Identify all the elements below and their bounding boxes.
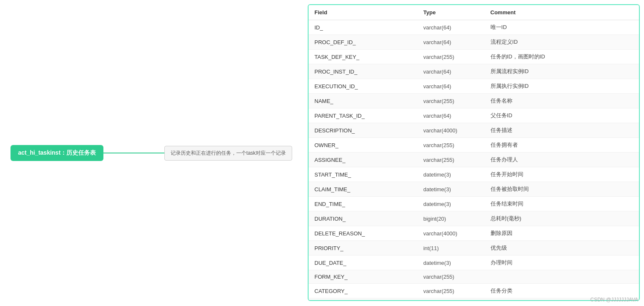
cell-type: varchar(64) (417, 35, 485, 50)
cell-field: DURATION_ (309, 211, 417, 226)
watermark: CSDN @JJJJJJJAVA (590, 297, 638, 303)
table-container: Field Type Comment ID_varchar(64)唯一IDPRO… (308, 4, 640, 301)
cell-field: DUE_DATE_ (309, 256, 417, 270)
table-row: PRIORITY_int(11)优先级 (309, 241, 639, 256)
cell-type: varchar(4000) (417, 123, 485, 138)
cell-field: ASSIGNEE_ (309, 153, 417, 167)
cell-comment: 总耗时(毫秒) (485, 211, 639, 226)
cell-field: PROC_DEF_ID_ (309, 35, 417, 50)
page-container: act_hi_taskinst：历史任务表 记录历史和正在进行的任务，一个tas… (0, 0, 644, 306)
table-row: END_TIME_datetime(3)任务结束时间 (309, 197, 639, 211)
table-row: TASK_DEF_KEY_varchar(255)任务的ID，画图时的ID (309, 50, 639, 64)
cell-field: CATEGORY_ (309, 284, 417, 298)
cell-comment: 办理时间 (485, 256, 639, 270)
cell-field: OWNER_ (309, 138, 417, 153)
cell-comment: 任务名称 (485, 94, 639, 108)
cell-type: datetime(3) (417, 182, 485, 197)
cell-type: bigint(20) (417, 211, 485, 226)
cell-comment: 父任务ID (485, 108, 639, 123)
cell-type: int(11) (417, 241, 485, 256)
table-body: ID_varchar(64)唯一IDPROC_DEF_ID_varchar(64… (309, 20, 639, 301)
table-row: FORM_KEY_varchar(255) (309, 270, 639, 284)
header-field: Field (309, 5, 417, 20)
table-row: EXECUTION_ID_varchar(64)所属执行实例ID (309, 79, 639, 94)
cell-comment: 任务办理人 (485, 153, 639, 167)
connector-line (103, 153, 164, 153)
table-row: PROC_INST_ID_varchar(64)所属流程实例ID (309, 64, 639, 79)
description-node-label: 记录历史和正在进行的任务，一个task对应一个记录 (171, 150, 286, 156)
cell-field: FORM_KEY_ (309, 270, 417, 284)
table-row: DELETE_REASON_varchar(4000)删除原因 (309, 226, 639, 241)
cell-type: varchar(64) (417, 20, 485, 35)
cell-comment: 所属流程实例ID (485, 64, 639, 79)
cell-field: END_TIME_ (309, 197, 417, 211)
table-row: DESCRIPTION_varchar(4000)任务描述 (309, 123, 639, 138)
cell-comment: 流程定义ID (485, 35, 639, 50)
cell-field: DELETE_REASON_ (309, 226, 417, 241)
table-row: DURATION_bigint(20)总耗时(毫秒) (309, 211, 639, 226)
main-node-label: act_hi_taskinst：历史任务表 (18, 149, 96, 156)
cell-type: varchar(64) (417, 79, 485, 94)
cell-type: varchar(64) (417, 108, 485, 123)
cell-comment: 任务被拾取时间 (485, 182, 639, 197)
cell-field: ID_ (309, 20, 417, 35)
table-row: START_TIME_datetime(3)任务开始时间 (309, 167, 639, 182)
table-row: OWNER_varchar(255)任务拥有者 (309, 138, 639, 153)
cell-type: datetime(3) (417, 167, 485, 182)
cell-field: PRIORITY_ (309, 241, 417, 256)
table-header-row: Field Type Comment (309, 5, 639, 20)
cell-field: NAME_ (309, 94, 417, 108)
cell-type: varchar(255) (417, 153, 485, 167)
cell-field: DESCRIPTION_ (309, 123, 417, 138)
table-row: DUE_DATE_datetime(3)办理时间 (309, 256, 639, 270)
cell-comment: 所属执行实例ID (485, 79, 639, 94)
table-row: PARENT_TASK_ID_varchar(64)父任务ID (309, 108, 639, 123)
cell-type: varchar(255) (417, 298, 485, 301)
cell-type: varchar(255) (417, 284, 485, 298)
description-node: 记录历史和正在进行的任务，一个task对应一个记录 (164, 146, 292, 161)
data-table: Field Type Comment ID_varchar(64)唯一IDPRO… (309, 5, 639, 301)
watermark-text: CSDN @JJJJJJJAVA (590, 297, 638, 303)
cell-comment: 删除原因 (485, 226, 639, 241)
cell-comment: 任务开始时间 (485, 167, 639, 182)
header-type: Type (417, 5, 485, 20)
cell-comment: 优先级 (485, 241, 639, 256)
cell-type: varchar(255) (417, 138, 485, 153)
table-row: NAME_varchar(255)任务名称 (309, 94, 639, 108)
cell-field: CLAIM_TIME_ (309, 182, 417, 197)
cell-field: PARENT_TASK_ID_ (309, 108, 417, 123)
cell-comment (485, 270, 639, 284)
cell-comment: 任务描述 (485, 123, 639, 138)
cell-comment: 任务拥有者 (485, 138, 639, 153)
cell-field: PROC_INST_ID_ (309, 64, 417, 79)
mindmap-area: act_hi_taskinst：历史任务表 记录历史和正在进行的任务，一个tas… (0, 0, 303, 306)
cell-type: varchar(64) (417, 64, 485, 79)
cell-comment: 唯一ID (485, 20, 639, 35)
table-row: ASSIGNEE_varchar(255)任务办理人 (309, 153, 639, 167)
table-row: CATEGORY_varchar(255)任务分类 (309, 284, 639, 298)
cell-type: varchar(255) (417, 50, 485, 64)
cell-comment: 任务结束时间 (485, 197, 639, 211)
cell-comment: 任务分类 (485, 284, 639, 298)
cell-field: TENANT_ID_ (309, 298, 417, 301)
table-row: PROC_DEF_ID_varchar(64)流程定义ID (309, 35, 639, 50)
table-row: ID_varchar(64)唯一ID (309, 20, 639, 35)
main-node: act_hi_taskinst：历史任务表 (11, 145, 103, 161)
cell-type: datetime(3) (417, 197, 485, 211)
cell-comment: 任务的ID，画图时的ID (485, 50, 639, 64)
cell-field: TASK_DEF_KEY_ (309, 50, 417, 64)
cell-type: datetime(3) (417, 256, 485, 270)
cell-type: varchar(4000) (417, 226, 485, 241)
cell-field: EXECUTION_ID_ (309, 79, 417, 94)
cell-type: varchar(255) (417, 270, 485, 284)
cell-type: varchar(255) (417, 94, 485, 108)
table-row: CLAIM_TIME_datetime(3)任务被拾取时间 (309, 182, 639, 197)
table-row: TENANT_ID_varchar(255)租户ID (309, 298, 639, 301)
cell-field: START_TIME_ (309, 167, 417, 182)
header-comment: Comment (485, 5, 639, 20)
